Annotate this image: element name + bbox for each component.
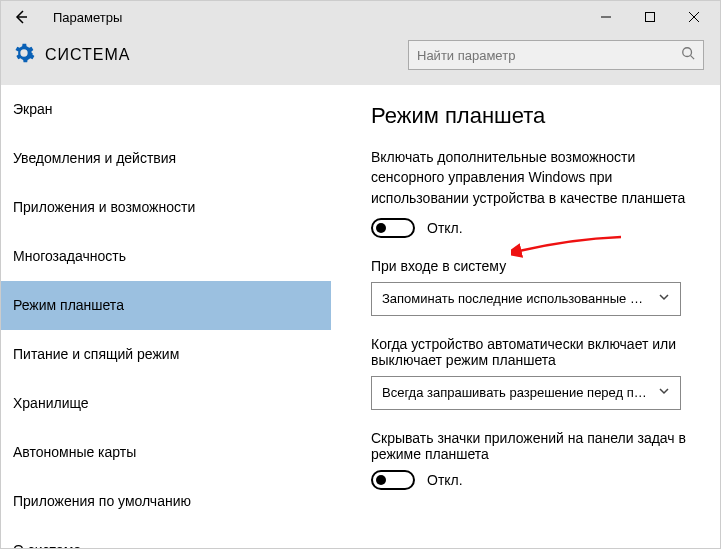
sidebar-item-offline-maps[interactable]: Автономные карты <box>1 428 331 477</box>
svg-line-5 <box>691 56 695 60</box>
autoswitch-select-value: Всегда запрашивать разрешение перед пе… <box>382 385 650 400</box>
close-button[interactable] <box>672 1 716 33</box>
svg-point-4 <box>683 48 692 57</box>
autoswitch-select[interactable]: Всегда запрашивать разрешение перед пе… <box>371 376 681 410</box>
svg-rect-1 <box>646 13 655 22</box>
sidebar-item-tablet-mode[interactable]: Режим планшета <box>1 281 331 330</box>
window-title: Параметры <box>53 10 122 25</box>
tablet-mode-toggle-state: Откл. <box>427 220 463 236</box>
hide-icons-toggle[interactable] <box>371 470 415 490</box>
close-icon <box>689 12 699 22</box>
chevron-down-icon <box>658 291 670 306</box>
minimize-button[interactable] <box>584 1 628 33</box>
tablet-mode-description: Включать дополнительные возможности сенс… <box>371 147 698 208</box>
search-box[interactable] <box>408 40 704 70</box>
autoswitch-label: Когда устройство автоматически включает … <box>371 336 698 368</box>
sidebar-item-default-apps[interactable]: Приложения по умолчанию <box>1 477 331 526</box>
system-label: СИСТЕМА <box>45 46 131 64</box>
sidebar-item-multitasking[interactable]: Многозадачность <box>1 232 331 281</box>
minimize-icon <box>601 12 611 22</box>
maximize-icon <box>645 12 655 22</box>
chevron-down-icon <box>658 385 670 400</box>
sidebar-item-notifications[interactable]: Уведомления и действия <box>1 134 331 183</box>
sidebar: Экран Уведомления и действия Приложения … <box>1 85 331 548</box>
hide-icons-toggle-state: Откл. <box>427 472 463 488</box>
gear-icon <box>13 42 35 68</box>
search-input[interactable] <box>417 48 681 63</box>
tablet-mode-toggle[interactable] <box>371 218 415 238</box>
sidebar-item-display[interactable]: Экран <box>1 85 331 134</box>
signin-select-value: Запоминать последние использованные д… <box>382 291 650 306</box>
search-icon <box>681 46 695 64</box>
signin-select[interactable]: Запоминать последние использованные д… <box>371 282 681 316</box>
hide-icons-label: Скрывать значки приложений на панели зад… <box>371 430 698 462</box>
page-title: Режим планшета <box>371 103 698 129</box>
settings-panel: Режим планшета Включать дополнительные в… <box>331 85 720 548</box>
back-arrow-icon <box>13 9 29 25</box>
sidebar-item-power-sleep[interactable]: Питание и спящий режим <box>1 330 331 379</box>
signin-label: При входе в систему <box>371 258 698 274</box>
back-button[interactable] <box>5 1 37 33</box>
sidebar-item-about[interactable]: О системе <box>1 526 331 549</box>
sidebar-item-apps[interactable]: Приложения и возможности <box>1 183 331 232</box>
sidebar-item-storage[interactable]: Хранилище <box>1 379 331 428</box>
maximize-button[interactable] <box>628 1 672 33</box>
